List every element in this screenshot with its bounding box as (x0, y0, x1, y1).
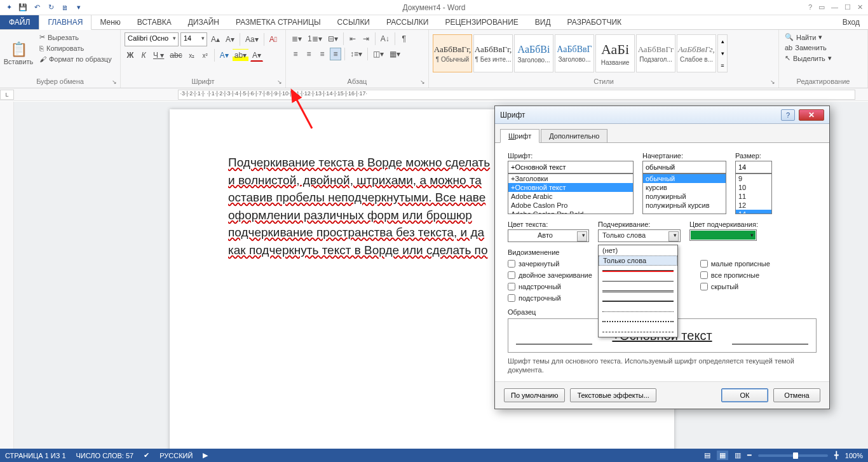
style-item-4[interactable]: АаБіНазвание (595, 34, 635, 72)
tab-review[interactable]: РЕЦЕНЗИРОВАНИЕ (437, 15, 526, 29)
style-gallery[interactable]: АаБбВвГг,¶ ОбычныйАаБбВвГг,¶ Без инте...… (433, 32, 775, 74)
font-name-list[interactable]: +Заголовки+Основной текстAdobe ArabicAdo… (508, 173, 634, 214)
status-lang[interactable]: РУССКИЙ (159, 452, 193, 459)
status-page[interactable]: СТРАНИЦА 1 ИЗ 1 (5, 452, 66, 459)
ul-option-dots[interactable] (599, 306, 677, 316)
find-button[interactable]: 🔍Найти ▾ (783, 32, 864, 42)
align-left-icon[interactable]: ≡ (290, 48, 301, 60)
style-item-0[interactable]: АаБбВвГг,¶ Обычный (433, 34, 472, 72)
ul-option-double[interactable] (599, 286, 677, 296)
qat-more-icon[interactable]: ▾ (74, 3, 84, 13)
checkbox-зачеркнутый[interactable]: зачеркнутый (508, 260, 592, 268)
status-proofing-icon[interactable]: ✔ (144, 451, 149, 459)
help-icon[interactable]: ? (808, 3, 812, 11)
maximize-icon[interactable]: ☐ (844, 3, 851, 11)
tab-refs[interactable]: ССЫЛКИ (329, 15, 378, 29)
font-style-list[interactable]: обычныйкурсивполужирныйполужирный курсив (642, 173, 726, 214)
indent-dec-icon[interactable]: ⇤ (347, 32, 358, 45)
list-item[interactable]: Adobe Arabic (508, 192, 633, 201)
paste-button[interactable]: 📋 Вставить (4, 32, 33, 74)
text-effects-icon[interactable]: A▾ (218, 49, 231, 62)
highlight-icon[interactable]: ab▾ (233, 49, 248, 62)
subscript-button[interactable]: x₂ (186, 49, 198, 62)
format-painter-button[interactable]: 🖌Формат по образцу (37, 55, 114, 64)
ul-option-words[interactable]: Только слова (599, 255, 677, 266)
ul-option-thick[interactable] (599, 296, 677, 306)
default-button[interactable]: По умолчанию (504, 388, 565, 402)
style-gallery-more-icon[interactable]: ▴▾≡ (717, 34, 728, 72)
font-size-list[interactable]: 910111214 (735, 173, 772, 214)
font-color-icon[interactable]: A▾ (250, 49, 263, 62)
style-item-6[interactable]: АаБбВвГг,Слабое в... (677, 34, 716, 72)
dialog-close-icon[interactable]: ✕ (799, 109, 824, 121)
list-item[interactable]: обычный (643, 174, 726, 183)
shrink-font-icon[interactable]: A▾ (224, 33, 236, 46)
view-web-icon[interactable]: ▥ (735, 451, 741, 459)
save-icon[interactable]: 💾 (18, 3, 28, 13)
list-item[interactable]: 10 (736, 183, 771, 192)
list-item[interactable]: 12 (736, 201, 771, 210)
align-center-icon[interactable]: ≡ (303, 48, 315, 60)
status-words[interactable]: ЧИСЛО СЛОВ: 57 (76, 452, 134, 459)
tab-menu[interactable]: Меню (92, 15, 128, 29)
tab-home[interactable]: ГЛАВНАЯ (39, 15, 92, 30)
list-item[interactable]: 11 (736, 192, 771, 201)
superscript-button[interactable]: x² (200, 49, 211, 62)
ok-button[interactable]: ОК (721, 388, 768, 402)
tab-insert[interactable]: ВСТАВКА (129, 15, 180, 29)
zoom-in-icon[interactable]: ╋ (834, 451, 839, 459)
font-name-input[interactable] (508, 161, 634, 173)
ribbon-collapse-icon[interactable]: ▭ (818, 3, 825, 11)
bullets-icon[interactable]: ≣▾ (290, 32, 304, 45)
borders-icon[interactable]: ▦▾ (388, 48, 402, 60)
view-print-icon[interactable]: ▦ (717, 451, 728, 460)
indent-inc-icon[interactable]: ⇥ (360, 32, 372, 45)
list-item[interactable]: Adobe Caslon Pro (508, 201, 633, 210)
checkbox-надстрочный[interactable]: надстрочный (508, 283, 592, 290)
dialog-tab-font[interactable]: Шрифт (500, 129, 539, 143)
underline-color-combo[interactable] (689, 229, 757, 241)
list-item[interactable]: курсив (643, 183, 726, 192)
dialog-tab-advanced[interactable]: Дополнительно (541, 129, 607, 142)
list-item[interactable]: полужирный курсив (643, 201, 726, 210)
zoom-out-icon[interactable]: ━ (747, 451, 752, 459)
status-macro-icon[interactable]: ▶ (203, 451, 208, 459)
underline-button[interactable]: Ч ▾ (151, 49, 166, 62)
zoom-thumb[interactable] (793, 452, 798, 459)
ul-option-single2[interactable] (599, 276, 677, 286)
font-size-combo[interactable]: 14 (180, 32, 207, 46)
style-item-5[interactable]: АаБбВвГгПодзагол... (636, 34, 675, 72)
tab-selector-icon[interactable]: L (0, 90, 14, 100)
minimize-icon[interactable]: — (831, 3, 838, 11)
bold-button[interactable]: Ж (125, 49, 136, 62)
tab-view[interactable]: ВИД (527, 15, 559, 29)
clipboard-launcher-icon[interactable]: ↘ (111, 78, 118, 86)
login-link[interactable]: Вход (834, 15, 868, 29)
checkbox-двойное-зачеркивание[interactable]: двойное зачеркивание (508, 271, 592, 279)
multilevel-icon[interactable]: ⊟▾ (326, 32, 340, 45)
list-item[interactable]: 14 (736, 210, 771, 214)
dialog-help-icon[interactable]: ? (781, 109, 795, 121)
underline-dropdown[interactable]: (нет) Только слова (598, 245, 678, 337)
cancel-button[interactable]: Отмена (773, 388, 820, 402)
style-item-3[interactable]: АаБбВвГЗаголово... (555, 34, 594, 72)
font-name-combo[interactable]: Calibri (Осно (125, 32, 179, 46)
tab-mail[interactable]: РАССЫЛКИ (378, 15, 437, 29)
new-doc-icon[interactable]: 🗎 (60, 3, 70, 13)
change-case-icon[interactable]: Aa▾ (243, 33, 261, 46)
line-spacing-icon[interactable]: ↕≡▾ (348, 48, 364, 60)
align-right-icon[interactable]: ≡ (316, 48, 328, 60)
checkbox-подстрочный[interactable]: подстрочный (508, 294, 592, 302)
font-size-input[interactable] (735, 161, 772, 173)
show-marks-icon[interactable]: ¶ (398, 32, 410, 45)
list-item[interactable]: +Основной текст (508, 183, 633, 192)
ul-option-single[interactable] (599, 266, 677, 276)
vertical-ruler[interactable] (0, 102, 14, 449)
checkbox-все-прописные[interactable]: все прописные (700, 271, 770, 279)
list-item[interactable]: +Заголовки (508, 174, 633, 183)
dialog-titlebar[interactable]: Шрифт ? ✕ (495, 106, 829, 124)
tab-design[interactable]: ДИЗАЙН (180, 15, 227, 29)
font-launcher-icon[interactable]: ↘ (276, 78, 283, 86)
grow-font-icon[interactable]: A▴ (209, 33, 222, 46)
checkbox-малые-прописные[interactable]: малые прописные (700, 260, 770, 268)
